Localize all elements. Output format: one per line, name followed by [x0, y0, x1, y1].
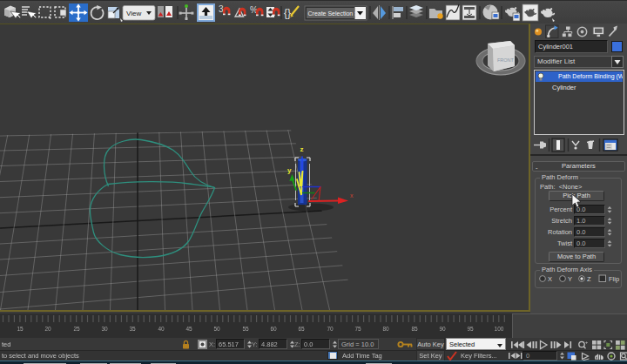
svg-text:FRONT: FRONT — [497, 57, 515, 63]
svg-text:x: x — [350, 192, 354, 199]
svg-text:Create Selection Se: Create Selection Se — [308, 10, 362, 17]
svg-text:X: X — [548, 275, 552, 283]
svg-text:View: View — [126, 10, 141, 17]
svg-text:z: z — [300, 145, 304, 153]
svg-text:Y: Y — [568, 275, 572, 283]
svg-text:y: y — [287, 166, 292, 174]
svg-text:+: + — [585, 340, 588, 345]
svg-text:Z: Z — [587, 275, 591, 283]
svg-text:Flip: Flip — [609, 275, 619, 283]
svg-text:{}: {} — [284, 7, 291, 19]
